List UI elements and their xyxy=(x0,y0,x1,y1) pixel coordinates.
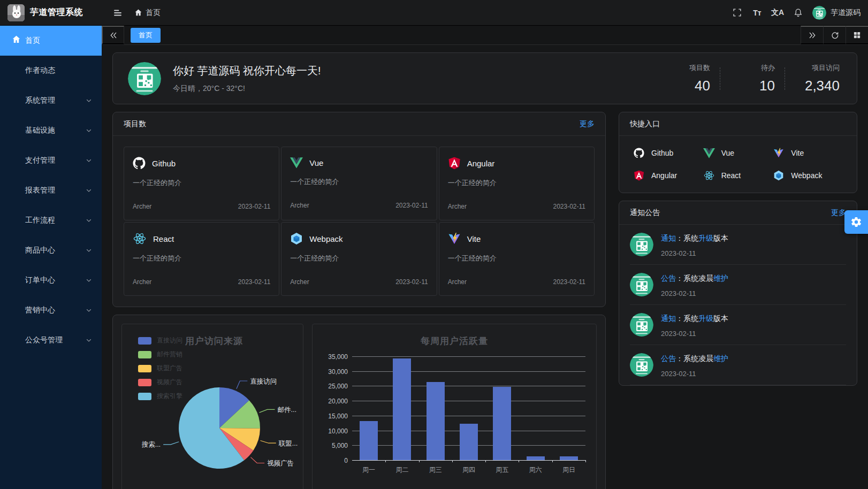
angular-icon xyxy=(448,157,461,170)
shortcuts-grid: GithubVueViteAngularReactWebpack xyxy=(619,136,857,193)
sidebar-item-8[interactable]: 订单中心 xyxy=(0,265,102,295)
project-card-webpack[interactable]: Webpack一个正经的简介Archer2023-02-11 xyxy=(281,222,437,296)
sidebar-item-1[interactable]: 作者动态 xyxy=(0,56,102,86)
refresh-icon[interactable] xyxy=(823,26,846,44)
project-title: Webpack xyxy=(290,232,428,245)
project-title: Angular xyxy=(448,157,585,170)
tab-home[interactable]: 首页 xyxy=(131,28,161,43)
user-avatar xyxy=(812,6,826,20)
sidebar-item-home[interactable]: 首页 xyxy=(0,26,102,56)
settings-gear-button[interactable] xyxy=(844,210,868,234)
project-footer: Archer2023-02-11 xyxy=(133,203,270,210)
page-content: 你好 芋道源码 祝你开心每一天! 今日晴，20°C - 32°C! 项目数 40… xyxy=(102,45,868,489)
project-description: 一个正经的简介 xyxy=(133,178,270,188)
shortcuts-card: 快捷入口 GithubVueViteAngularReactWebpack xyxy=(619,112,857,193)
sidebar-item-label: 营销中心 xyxy=(25,305,55,315)
translate-icon[interactable]: 文A xyxy=(768,4,787,22)
welcome-avatar xyxy=(128,62,161,95)
bar-周三[interactable] xyxy=(427,382,445,460)
notice-avatar xyxy=(630,233,653,257)
divider xyxy=(785,67,785,90)
bar-周二[interactable] xyxy=(393,358,411,460)
chevron-down-icon xyxy=(86,97,92,104)
project-card-vite[interactable]: Vite一个正经的简介Archer2023-02-11 xyxy=(439,222,595,296)
sidebar-item-4[interactable]: 支付管理 xyxy=(0,146,102,175)
sidebar-item-7[interactable]: 商品中心 xyxy=(0,235,102,265)
sidebar-item-2[interactable]: 系统管理 xyxy=(0,86,102,116)
user-name: 芋道源码 xyxy=(831,8,861,18)
project-description: 一个正经的简介 xyxy=(290,254,428,263)
notice-avatar xyxy=(630,313,653,338)
x-axis-tick xyxy=(585,460,586,462)
app-title: 芋道管理系统 xyxy=(30,7,83,18)
user-menu[interactable]: 芋道源码 xyxy=(812,6,861,20)
shortcuts-card-title: 快捷入口 xyxy=(630,119,660,129)
sidebar-item-label: 作者动态 xyxy=(25,66,55,75)
project-card-react[interactable]: React一个正经的简介Archer2023-02-11 xyxy=(124,222,279,296)
font-size-icon[interactable]: Tт xyxy=(748,4,766,22)
shortcut-vue[interactable]: Vue xyxy=(703,148,773,158)
fullscreen-icon[interactable] xyxy=(728,4,746,22)
notice-body: 公告：系统凌晨维护2023-02-11 xyxy=(661,273,728,297)
stat-visits: 项目访问 2,340 xyxy=(793,63,842,94)
collapse-sidebar-icon[interactable] xyxy=(109,4,127,22)
vite-icon xyxy=(448,232,461,245)
gridline xyxy=(352,371,585,372)
webpack-icon xyxy=(290,232,303,245)
notice-item[interactable]: 通知：系统升级版本2023-02-11 xyxy=(630,225,846,265)
shortcut-react[interactable]: React xyxy=(703,170,773,181)
project-date: 2023-02-11 xyxy=(553,203,586,210)
pie-label-4: 搜索... xyxy=(142,441,161,448)
projects-more-link[interactable]: 更多 xyxy=(580,119,595,129)
sidebar-item-label: 工作流程 xyxy=(25,216,55,225)
stat-projects: 项目数 40 xyxy=(663,63,712,94)
project-description: 一个正经的简介 xyxy=(448,254,585,263)
sidebar-item-label: 基础设施 xyxy=(25,126,55,135)
layout-grid-icon[interactable] xyxy=(846,26,868,44)
shortcut-github[interactable]: Github xyxy=(633,148,703,158)
sidebar-item-3[interactable]: 基础设施 xyxy=(0,116,102,146)
sidebar-item-6[interactable]: 工作流程 xyxy=(0,205,102,235)
shortcut-webpack[interactable]: Webpack xyxy=(773,170,843,181)
sidebar-item-label: 系统管理 xyxy=(25,96,55,105)
shortcut-angular[interactable]: Angular xyxy=(633,170,703,181)
notice-date: 2023-02-11 xyxy=(661,330,728,338)
tabs-scroll-right-icon[interactable] xyxy=(801,26,823,44)
project-date: 2023-02-11 xyxy=(238,278,271,286)
welcome-stats: 项目数 40 待办 10 项目访问 2,340 xyxy=(663,63,842,94)
sidebar-item-5[interactable]: 报表管理 xyxy=(0,175,102,205)
shortcut-label: Angular xyxy=(651,171,677,180)
bar-周五[interactable] xyxy=(493,387,511,460)
bar-周一[interactable] xyxy=(360,421,378,460)
project-author: Archer xyxy=(290,202,309,209)
project-name: Github xyxy=(152,159,176,168)
notice-avatar xyxy=(630,353,653,378)
shortcut-vite[interactable]: Vite xyxy=(773,148,843,158)
project-title: Vue xyxy=(290,157,428,169)
project-card-vue[interactable]: Vue一个正经的简介Archer2023-02-11 xyxy=(281,147,437,220)
project-title: React xyxy=(133,232,270,245)
x-axis-tick xyxy=(452,460,453,462)
pie-svg: 直接访问邮件...联盟...视频广告搜索... xyxy=(122,324,303,489)
sidebar-item-9[interactable]: 营销中心 xyxy=(0,295,102,325)
bar-周四[interactable] xyxy=(460,424,478,460)
notice-item[interactable]: 通知：系统升级版本2023-02-11 xyxy=(630,305,846,345)
sidebar-item-10[interactable]: 公众号管理 xyxy=(0,325,102,355)
bar-周六[interactable] xyxy=(527,456,545,460)
project-date: 2023-02-11 xyxy=(395,202,428,209)
notice-item[interactable]: 公告：系统凌晨维护2023-02-11 xyxy=(630,345,846,385)
breadcrumb[interactable]: 首页 xyxy=(134,8,161,18)
notice-body: 通知：系统升级版本2023-02-11 xyxy=(661,313,728,338)
project-card-github[interactable]: Github一个正经的简介Archer2023-02-11 xyxy=(124,147,279,220)
project-description: 一个正经的简介 xyxy=(290,177,428,187)
notice-item[interactable]: 公告：系统凌晨维护2023-02-11 xyxy=(630,265,846,305)
x-axis-tick-label: 周六 xyxy=(521,465,551,475)
y-axis-tick-label: 30,000 xyxy=(319,368,348,376)
project-description: 一个正经的简介 xyxy=(133,254,270,263)
bar-周日[interactable] xyxy=(560,456,578,460)
tabs-scroll-left-icon[interactable] xyxy=(102,26,124,44)
bell-icon[interactable] xyxy=(789,4,807,22)
project-card-angular[interactable]: Angular一个正经的简介Archer2023-02-11 xyxy=(439,147,595,220)
project-name: Vite xyxy=(467,234,481,243)
notice-more-link[interactable]: 更多 xyxy=(831,208,846,218)
